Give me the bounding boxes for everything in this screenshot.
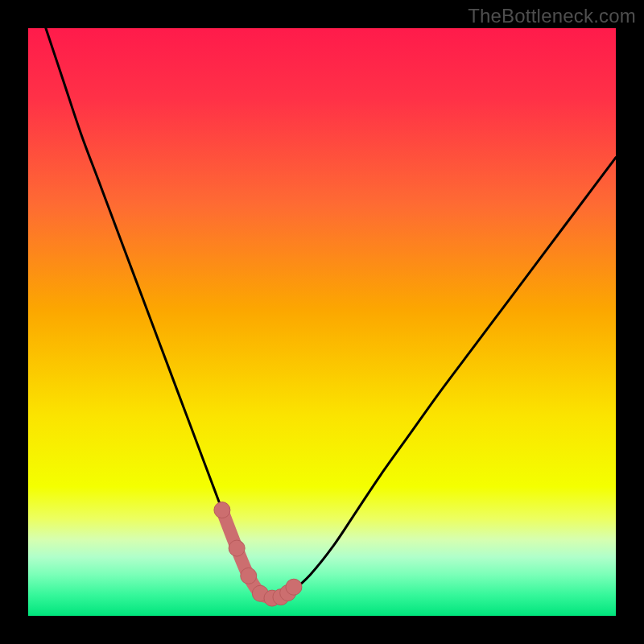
- marker-dot: [229, 540, 245, 556]
- plot-area: [28, 28, 616, 616]
- chart-svg: [28, 28, 616, 616]
- marker-dot: [241, 568, 257, 584]
- marker-dot: [214, 502, 230, 518]
- watermark-text: TheBottleneck.com: [468, 5, 636, 27]
- chart-frame: TheBottleneck.com: [0, 0, 644, 644]
- gradient-background: [28, 28, 616, 616]
- marker-dot: [286, 579, 302, 595]
